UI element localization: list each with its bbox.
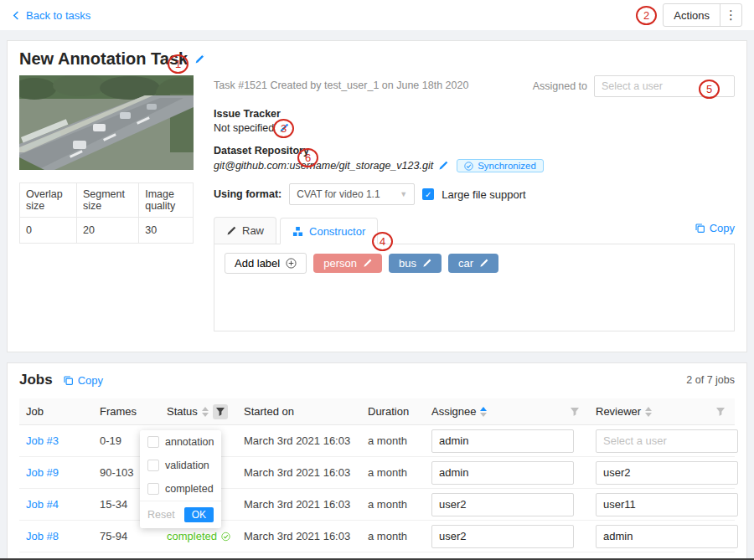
check-circle-icon	[221, 531, 230, 542]
param-header-segment: Segment size	[76, 183, 138, 218]
duration-cell: a month	[361, 498, 425, 511]
table-row: Job #8 75-94 completed March 3rd 2021 16…	[19, 521, 735, 552]
filter-ok-button[interactable]: OK	[184, 507, 214, 522]
edit-issue-tracker-icon[interactable]	[279, 123, 289, 133]
dataset-repository-label: Dataset Repository	[214, 145, 735, 157]
duration-cell: a month	[361, 530, 425, 542]
check-circle-icon	[464, 162, 473, 171]
topbar: Back to tasks Actions ⋮	[0, 0, 754, 30]
duration-cell: a month	[361, 466, 425, 479]
issue-tracker-value: Not specified	[214, 122, 274, 134]
reviewer-sorter[interactable]	[645, 407, 652, 417]
param-value-segment: 20	[76, 218, 138, 244]
column-frames: Frames	[93, 405, 160, 418]
started-cell: March 3rd 2021 16:03	[237, 498, 361, 511]
started-cell: March 3rd 2021 16:03	[237, 530, 361, 542]
column-duration: Duration	[361, 405, 425, 418]
jobs-card: Jobs Copy 2 of 7 jobs Job Frames Status …	[7, 362, 747, 560]
frames-cell: 75-94	[93, 530, 160, 542]
jobs-count: 2 of 7 jobs	[686, 374, 735, 386]
tab-raw[interactable]: Raw	[214, 217, 276, 244]
pencil-icon	[226, 226, 236, 236]
labels-tabs: Raw Constructor Copy	[214, 217, 735, 331]
format-select[interactable]: CVAT for video 1.1 ▼	[289, 183, 415, 205]
assignee-input[interactable]	[431, 429, 574, 453]
table-row: Job #9 90-103 March 3rd 2021 16:03 a mon…	[19, 457, 735, 489]
job-link[interactable]: Job #4	[26, 498, 59, 511]
pencil-icon[interactable]	[479, 259, 488, 268]
back-to-tasks-link[interactable]: Back to tasks	[12, 9, 90, 22]
checkbox-validation[interactable]	[147, 460, 159, 471]
checkbox-annotation[interactable]	[147, 436, 159, 448]
filter-option-completed[interactable]: completed	[140, 477, 221, 501]
add-label-button[interactable]: Add label	[225, 253, 307, 274]
sync-status-badge: Synchronized	[457, 159, 544, 172]
edit-repository-icon[interactable]	[438, 161, 448, 171]
large-file-support-label: Large file support	[442, 188, 525, 201]
table-row: Job #3 0-19 March 3rd 2021 16:03 a month	[19, 425, 735, 457]
task-params-table: Overlap size Segment size Image quality …	[19, 182, 194, 244]
label-tag-bus[interactable]: bus	[389, 254, 442, 273]
large-file-support-checkbox[interactable]: ✓	[422, 188, 434, 200]
status-cell: completed	[160, 530, 237, 542]
tab-constructor[interactable]: Constructor	[280, 218, 378, 244]
status-filter-menu: annotation validation completed Reset OK	[140, 430, 221, 528]
assignee-input[interactable]	[431, 461, 574, 485]
job-link[interactable]: Job #3	[26, 434, 59, 447]
task-left-column: Overlap size Segment size Image quality …	[19, 75, 194, 331]
edit-title-icon[interactable]	[194, 54, 205, 64]
column-reviewer: Reviewer	[589, 404, 735, 419]
job-link[interactable]: Job #8	[26, 530, 59, 542]
task-details-page: Back to tasks Actions ⋮ New Annotation T…	[0, 0, 754, 560]
status-filter-icon[interactable]	[213, 404, 228, 419]
reviewer-input[interactable]	[596, 525, 738, 548]
started-cell: March 3rd 2021 16:03	[237, 434, 361, 447]
assignee-input[interactable]	[431, 493, 574, 516]
filter-reset-button[interactable]: Reset	[147, 509, 175, 521]
job-link[interactable]: Job #9	[26, 466, 59, 479]
column-assignee: Assignee	[425, 404, 589, 419]
assignee-input[interactable]	[431, 525, 574, 548]
task-meta: Task #1521 Created by test_user_1 on Jun…	[214, 75, 468, 91]
repository-url: git@github.com:username/git_storage_v123…	[214, 160, 433, 172]
labels-copy-link[interactable]: Copy	[695, 222, 735, 239]
reviewer-input[interactable]	[596, 461, 738, 485]
reviewer-input[interactable]	[596, 429, 738, 453]
format-value: CVAT for video 1.1	[297, 188, 380, 200]
jobs-title: Jobs	[19, 372, 53, 388]
assignee-select-input[interactable]	[594, 75, 735, 97]
checkbox-completed[interactable]	[147, 483, 159, 495]
task-card: New Annotation Task	[7, 40, 747, 352]
reviewer-input[interactable]	[596, 493, 738, 516]
column-job: Job	[19, 405, 93, 418]
column-status: Status	[160, 404, 237, 419]
param-header-quality: Image quality	[139, 183, 194, 218]
copy-icon	[695, 223, 705, 234]
filter-option-annotation[interactable]: annotation	[140, 430, 221, 454]
chevron-left-icon	[12, 11, 21, 20]
jobs-table: Job Frames Status Started on Duration As…	[19, 398, 735, 552]
jobs-copy-link[interactable]: Copy	[63, 374, 103, 387]
plus-circle-icon	[286, 258, 297, 269]
label-tag-car[interactable]: car	[448, 254, 498, 273]
pencil-icon[interactable]	[363, 259, 372, 268]
actions-button[interactable]: Actions ⋮	[663, 3, 742, 27]
param-value-quality: 30	[139, 218, 194, 244]
started-cell: March 3rd 2021 16:03	[237, 466, 361, 479]
using-format-label: Using format:	[214, 188, 281, 200]
status-sorter[interactable]	[202, 407, 209, 417]
assignee-filter-icon[interactable]	[567, 404, 582, 419]
table-row: Job #4 15-34 March 3rd 2021 16:03 a mont…	[19, 489, 735, 521]
assigned-to-label: Assigned to	[533, 80, 587, 92]
label-tag-person[interactable]: person	[313, 254, 382, 273]
pencil-icon[interactable]	[422, 259, 431, 268]
column-started: Started on	[237, 405, 361, 418]
filter-option-validation[interactable]: validation	[140, 454, 221, 477]
constructor-icon	[292, 226, 303, 237]
more-vertical-icon[interactable]: ⋮	[720, 4, 741, 26]
task-preview-image	[19, 75, 194, 170]
copy-icon	[63, 375, 74, 386]
assignee-sorter[interactable]	[480, 407, 487, 417]
duration-cell: a month	[361, 434, 425, 447]
reviewer-filter-icon[interactable]	[713, 404, 728, 419]
